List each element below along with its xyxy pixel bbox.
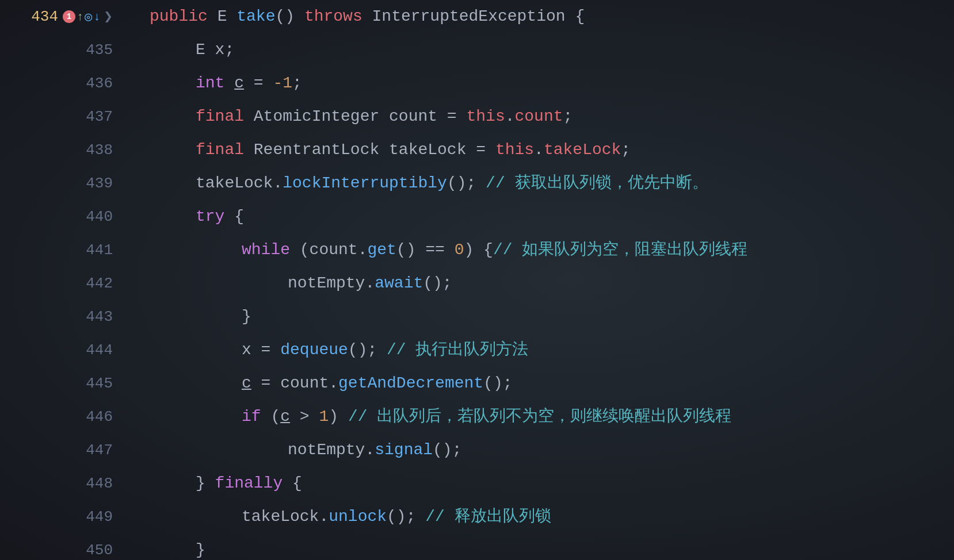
line-number: 436	[0, 75, 127, 92]
code-line-447: 447notEmpty.signal();	[0, 434, 954, 467]
line-content: notEmpty.await();	[127, 267, 954, 300]
code-line-440: 440try {	[0, 200, 954, 233]
line-number: 445	[0, 375, 127, 392]
line-number-text: 434	[31, 8, 58, 25]
code-line-439: 439takeLock.lockInterruptibly(); // 获取出队…	[0, 167, 954, 200]
line-number-text: 438	[86, 141, 113, 159]
code-line-449: 449takeLock.unlock(); // 释放出队列锁	[0, 500, 954, 534]
line-content: } finally {	[127, 467, 954, 500]
line-content: final AtomicInteger count = this.count;	[127, 100, 954, 133]
chevron-right-icon: ❯	[104, 7, 113, 26]
line-number: 442	[0, 275, 127, 292]
line-content: E x;	[127, 33, 954, 67]
line-number-text: 440	[86, 208, 113, 225]
line-number-text: 442	[86, 275, 113, 292]
code-editor: 434 1 ↑ ◎ ↓ ❯ public E take() throws Int…	[0, 0, 954, 560]
line-number-text: 445	[86, 375, 113, 392]
line-content: while (count.get() == 0) {// 如果队列为空，阻塞出队…	[127, 233, 954, 267]
line-content: }	[127, 534, 954, 560]
line-number: 438	[0, 141, 127, 159]
line-content: public E take() throws InterruptedExcept…	[127, 0, 954, 33]
code-line-442: 442notEmpty.await();	[0, 267, 954, 300]
code-line-438: 438final ReentrantLock takeLock = this.t…	[0, 133, 954, 167]
line-number: 444	[0, 342, 127, 359]
code-line-435: 435E x;	[0, 33, 954, 67]
line-number: 435	[0, 41, 127, 59]
line-number-text: 441	[86, 241, 113, 259]
code-line-437: 437final AtomicInteger count = this.coun…	[0, 100, 954, 133]
line-number: 448	[0, 475, 127, 492]
line-content: notEmpty.signal();	[127, 434, 954, 467]
line-number: 440	[0, 208, 127, 225]
code-line-444: 444x = dequeue(); // 执行出队列方法	[0, 333, 954, 367]
arrow-up-icon: ↑	[77, 10, 83, 24]
line-number-text: 450	[86, 542, 113, 559]
line-number: 450	[0, 542, 127, 559]
error-icon: 1	[63, 10, 75, 23]
line-number-text: 439	[86, 175, 113, 192]
line-number-text: 444	[86, 342, 113, 359]
code-line-448: 448} finally {	[0, 467, 954, 500]
line-number: 437	[0, 108, 127, 125]
line-number-text: 447	[86, 442, 113, 459]
line-number: 443	[0, 308, 127, 325]
line-content: x = dequeue(); // 执行出队列方法	[127, 333, 954, 367]
line-content: c = count.getAndDecrement();	[127, 367, 954, 400]
line-number-text: 443	[86, 308, 113, 325]
line-number: 449	[0, 508, 127, 526]
code-line-445: 445c = count.getAndDecrement();	[0, 367, 954, 400]
line-number: 446	[0, 408, 127, 425]
line-content: takeLock.lockInterruptibly(); // 获取出队列锁，…	[127, 167, 954, 200]
line-content: takeLock.unlock(); // 释放出队列锁	[127, 500, 954, 534]
line-number: 434 1 ↑ ◎ ↓ ❯	[0, 7, 127, 26]
line-number-text: 437	[86, 108, 113, 125]
line-number-text: 449	[86, 508, 113, 526]
code-line-434: 434 1 ↑ ◎ ↓ ❯ public E take() throws Int…	[0, 0, 954, 33]
line-content: if (c > 1) // 出队列后，若队列不为空，则继续唤醒出队列线程	[127, 400, 954, 434]
code-line-436: 436int c = -1;	[0, 67, 954, 100]
code-line-446: 446if (c > 1) // 出队列后，若队列不为空，则继续唤醒出队列线程	[0, 400, 954, 434]
line-number: 439	[0, 175, 127, 192]
line-content: }	[127, 300, 954, 333]
code-line-443: 443}	[0, 300, 954, 333]
code-line-450: 450}	[0, 534, 954, 560]
line-content: try {	[127, 200, 954, 233]
line-number-text: 435	[86, 41, 113, 59]
line-number: 441	[0, 241, 127, 259]
line-content: int c = -1;	[127, 67, 954, 100]
arrow-down-icon: ↓	[93, 10, 100, 24]
line-content: final ReentrantLock takeLock = this.take…	[127, 133, 954, 167]
line-number-text: 436	[86, 75, 113, 92]
line-number: 447	[0, 442, 127, 459]
line-number-text: 446	[86, 408, 113, 425]
bookmark-icon: ◎	[85, 9, 92, 25]
code-line-441: 441while (count.get() == 0) {// 如果队列为空，阻…	[0, 233, 954, 267]
line-number-text: 448	[86, 475, 113, 492]
